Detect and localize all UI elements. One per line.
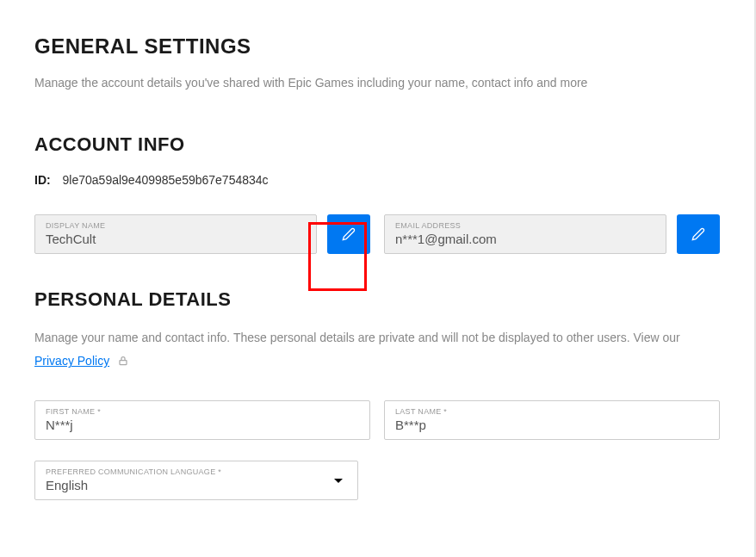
account-id-value: 9le70a59al9e409985e59b67e754834c bbox=[63, 173, 269, 187]
account-id-row: ID: 9le70a59al9e409985e59b67e754834c bbox=[34, 173, 720, 187]
pencil-icon bbox=[342, 227, 356, 241]
privacy-policy-link[interactable]: Privacy Policy bbox=[34, 354, 109, 368]
language-label: PREFERRED COMMUNICATION LANGUAGE * bbox=[46, 468, 347, 476]
edit-email-button[interactable] bbox=[677, 214, 720, 254]
language-select[interactable]: PREFERRED COMMUNICATION LANGUAGE * Engli… bbox=[34, 461, 358, 500]
personal-details-title: PERSONAL DETAILS bbox=[34, 288, 720, 311]
display-name-field: DISPLAY NAME TechCult bbox=[34, 214, 317, 254]
chevron-down-icon bbox=[333, 473, 344, 488]
last-name-value: B***p bbox=[395, 418, 709, 433]
email-field: EMAIL ADDRESS n***1@gmail.com bbox=[384, 214, 666, 254]
lock-icon bbox=[118, 355, 128, 367]
edit-display-name-button[interactable] bbox=[327, 214, 370, 254]
first-name-field[interactable]: FIRST NAME * N***j bbox=[34, 400, 370, 440]
language-value: English bbox=[46, 478, 347, 493]
general-settings-subtitle: Manage the account details you've shared… bbox=[34, 74, 720, 92]
display-name-value: TechCult bbox=[46, 232, 306, 247]
email-value: n***1@gmail.com bbox=[395, 232, 655, 247]
first-name-label: FIRST NAME * bbox=[46, 408, 359, 416]
personal-details-info: Manage your name and contact info. These… bbox=[34, 328, 720, 347]
email-label: EMAIL ADDRESS bbox=[395, 222, 655, 230]
svg-rect-0 bbox=[120, 361, 127, 365]
last-name-label: LAST NAME * bbox=[395, 408, 709, 416]
first-name-value: N***j bbox=[46, 418, 359, 433]
last-name-field[interactable]: LAST NAME * B***p bbox=[384, 400, 720, 440]
display-name-label: DISPLAY NAME bbox=[46, 222, 306, 230]
account-id-label: ID: bbox=[34, 173, 51, 187]
general-settings-title: GENERAL SETTINGS bbox=[34, 34, 720, 59]
account-info-title: ACCOUNT INFO bbox=[34, 133, 720, 156]
pencil-icon bbox=[691, 227, 705, 241]
